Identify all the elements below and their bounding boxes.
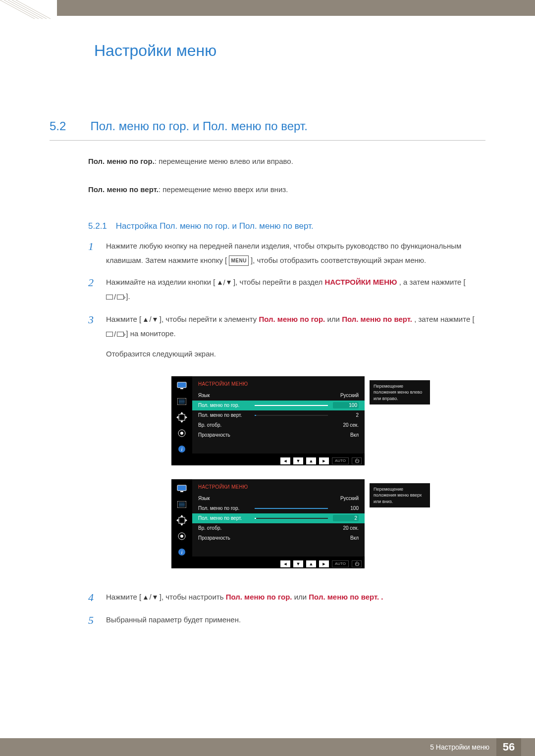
osd-controls: ◄ ▼ ▲ ► AUTO ⏻ — [171, 455, 365, 465]
osd-row-hpos-selected: Пол. меню по гор.100 — [192, 401, 365, 410]
txt: . — [381, 593, 383, 601]
screen-follows: Отобразится следующий экран. — [106, 347, 485, 361]
txt: ], чтобы перейти к элементу — [160, 315, 259, 323]
enter-icons: / — [106, 290, 124, 304]
item-vpos: Пол. меню по верт. — [309, 593, 379, 601]
step-text: Нажмите [ / ], чтобы перейти к элементу … — [106, 312, 485, 361]
osd-row-transp: ПрозрачностьВкл — [192, 533, 365, 543]
lbl: Вр. отобр. — [198, 525, 253, 531]
val: 2 — [333, 515, 359, 521]
osd-row-transp: ПрозрачностьВкл — [192, 430, 365, 440]
step-number: 3 — [88, 312, 106, 361]
svg-point-21 — [180, 432, 183, 435]
svg-text:i: i — [181, 446, 182, 452]
item-hpos: Пол. меню по гор. — [226, 593, 292, 601]
menu-section-name: НАСТРОЙКИ МЕНЮ — [325, 278, 397, 286]
svg-marker-33 — [176, 519, 178, 522]
definition-2: Пол. меню по верт.: перемещение меню вве… — [88, 183, 485, 197]
svg-rect-10 — [180, 388, 183, 389]
step-3: 3 Нажмите [ / ], чтобы перейти к элемент… — [88, 312, 485, 361]
svg-marker-5 — [218, 281, 222, 285]
osd-screenshot-2: i НАСТРОЙКИ МЕНЮ ЯзыкРусский Пол. меню п… — [171, 479, 365, 582]
svg-marker-8 — [153, 318, 157, 322]
osd-sidebar: i — [171, 376, 192, 454]
txt: ] на мониторе. — [126, 329, 175, 338]
page-footer: 5 Настройки меню 56 — [0, 738, 535, 756]
txt: Нажмите [ — [106, 593, 141, 601]
list-icon — [176, 500, 187, 509]
lbl: Пол. меню по верт. — [198, 515, 253, 521]
svg-rect-25 — [180, 491, 183, 492]
step-1: 1 Нажмите любую кнопку на передней панел… — [88, 239, 485, 267]
step-2: 2 Нажимайте на изделии кнопки [ / ], что… — [88, 275, 485, 304]
info-icon: i — [176, 445, 187, 454]
lbl: Пол. меню по гор. — [198, 505, 253, 511]
footer-chapter-label: 5 Настройки меню — [430, 743, 489, 751]
step-number: 5 — [88, 613, 106, 628]
subsection-number: 5.2.1 — [88, 221, 107, 231]
val: 20 сек. — [333, 525, 359, 531]
val: Вкл — [333, 535, 359, 541]
osd-row-lang: ЯзыкРусский — [192, 494, 365, 504]
step-text: Нажмите любую кнопку на передней панели … — [106, 239, 485, 267]
auto-button: AUTO — [332, 560, 349, 567]
step-text: Выбранный параметр будет применен. — [106, 613, 485, 628]
def1-label: Пол. меню по гор. — [88, 157, 155, 165]
def1-text: : перемещение меню влево или вправо. — [155, 157, 293, 165]
right-arrow-icon: ► — [319, 457, 329, 464]
val: 20 сек. — [333, 422, 359, 428]
osd-description: Перемещение положения меню влево или впр… — [370, 380, 430, 405]
up-down-icons: / — [143, 590, 157, 605]
menu-button-label: MENU — [229, 255, 248, 266]
enter-icons: / — [106, 327, 124, 342]
page-number: 56 — [496, 738, 521, 756]
txt: ], чтобы настроить — [160, 593, 226, 601]
step-number: 1 — [88, 239, 106, 267]
lbl: Язык — [198, 496, 253, 501]
txt: ], чтобы отобразить соответствующий экра… — [251, 256, 426, 264]
step-number: 4 — [88, 590, 106, 605]
up-arrow-icon: ▲ — [306, 560, 316, 567]
def2-label: Пол. меню по верт. — [88, 185, 159, 194]
svg-marker-32 — [180, 524, 183, 526]
lbl: Вр. отобр. — [198, 422, 253, 428]
step-4: 4 Нажмите [ / ], чтобы настроить Пол. ме… — [88, 590, 485, 605]
def2-text: : перемещение меню вверх или вниз. — [159, 185, 288, 194]
lbl: Прозрачность — [198, 432, 253, 438]
position-icon — [176, 413, 187, 422]
txt: ]. — [126, 292, 130, 301]
osd-controls: ◄ ▼ ▲ ► AUTO ⏻ — [171, 558, 365, 568]
svg-marker-39 — [144, 596, 148, 600]
step-number: 2 — [88, 275, 106, 304]
svg-marker-40 — [153, 596, 157, 600]
val: Русский — [333, 496, 359, 501]
val: 2 — [333, 412, 359, 418]
txt: Нажмите [ — [106, 315, 141, 323]
svg-text:i: i — [181, 549, 182, 555]
left-arrow-icon: ◄ — [280, 560, 290, 567]
down-arrow-icon: ▼ — [293, 560, 303, 567]
header-bar — [57, 0, 535, 16]
auto-button: AUTO — [332, 457, 349, 464]
lbl: Язык — [198, 393, 253, 398]
item-vpos: Пол. меню по верт. — [342, 315, 412, 323]
svg-rect-30 — [179, 517, 185, 523]
power-icon: ⏻ — [352, 560, 362, 567]
up-arrow-icon: ▲ — [306, 457, 316, 464]
svg-rect-15 — [179, 414, 185, 420]
lbl: Прозрачность — [198, 535, 253, 541]
svg-line-2 — [8, 0, 43, 19]
txt: , а затем нажмите [ — [399, 278, 466, 286]
lbl: Пол. меню по гор. — [198, 403, 253, 408]
step-5: 5 Выбранный параметр будет применен. — [88, 613, 485, 628]
info-icon: i — [176, 548, 187, 556]
position-icon — [176, 516, 187, 525]
svg-rect-9 — [177, 382, 186, 388]
osd-description: Перемещение положения меню вверх или вни… — [370, 483, 430, 508]
val: Вкл — [333, 432, 359, 438]
val: 100 — [333, 505, 359, 511]
val: 100 — [333, 402, 359, 408]
step-text: Нажмите [ / ], чтобы настроить Пол. меню… — [106, 590, 485, 605]
right-arrow-icon: ► — [319, 560, 329, 567]
up-down-icons: / — [217, 276, 231, 290]
